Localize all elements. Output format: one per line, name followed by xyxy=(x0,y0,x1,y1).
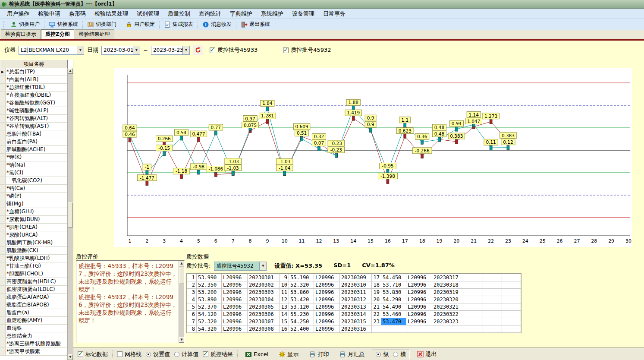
sidebar-item[interactable]: *游离甲状腺素 xyxy=(0,348,68,356)
menu-item[interactable]: 用户操作 xyxy=(3,9,34,19)
chart-point[interactable] xyxy=(214,131,217,135)
sidebar-item[interactable]: *直接胆红素(DBIL) xyxy=(0,92,68,99)
qc-table-cell[interactable]: 20230306 xyxy=(248,311,280,318)
sidebar-item[interactable]: *钾(K) xyxy=(0,154,68,161)
chevron-down-icon[interactable]: ▼ xyxy=(133,46,140,54)
qc-table-cell[interactable]: L20996 xyxy=(406,289,432,296)
chart-point[interactable] xyxy=(369,128,372,132)
sidebar-item[interactable]: *氯(Cl) xyxy=(0,169,68,177)
qc-table-cell-empty[interactable] xyxy=(464,274,483,281)
chart-point[interactable] xyxy=(146,171,148,175)
chart-point[interactable] xyxy=(232,171,234,176)
qc-table-cell[interactable]: L20996 xyxy=(314,303,340,311)
date-from-select[interactable]: 2023-03-01 ▼ xyxy=(101,46,140,55)
chart-point[interactable] xyxy=(421,154,424,158)
chart-point[interactable] xyxy=(301,136,303,141)
sidebar-item[interactable]: *总胆红素(TBIL) xyxy=(0,84,68,92)
chart-point[interactable] xyxy=(438,137,441,142)
qc-table-cell[interactable]: 54.250 xyxy=(289,318,314,325)
qc-table-cell[interactable]: 5 xyxy=(187,303,197,311)
scrollbar-thumb[interactable] xyxy=(179,267,184,284)
sidebar-item[interactable]: *谷丙转氨酶(ALT) xyxy=(0,115,68,123)
qc-table-cell[interactable]: 52.350 xyxy=(197,281,222,289)
qc-table-cell[interactable]: L20996 xyxy=(222,325,248,333)
chart-point[interactable] xyxy=(490,145,492,150)
print-button[interactable]: 打印 xyxy=(306,349,332,360)
qc-table-cell[interactable] xyxy=(432,325,464,333)
sidebar-item[interactable]: ▶*总蛋白(TP) xyxy=(0,68,68,76)
grid-lines-checkbox[interactable]: 网格线 xyxy=(117,351,141,358)
menu-item[interactable]: 日常事务 xyxy=(319,9,350,19)
sidebar-item[interactable]: *血糖(GLU) xyxy=(0,208,68,216)
tab-exam-window-hint[interactable]: 检验窗口提示 xyxy=(1,29,41,39)
qc-table-cell[interactable]: L20996 xyxy=(222,296,248,303)
qc-table-cell[interactable]: 54.450 xyxy=(381,274,406,281)
chart-point[interactable] xyxy=(386,180,389,184)
qc-table-cell-empty[interactable] xyxy=(464,311,483,318)
qc-table-cell[interactable]: 54.290 xyxy=(381,296,406,303)
qc-table-cell[interactable]: 17 xyxy=(372,274,381,281)
qc-table-cell-empty[interactable] xyxy=(483,303,502,311)
qc-table-cell-empty[interactable] xyxy=(502,325,521,333)
horizontal-radio[interactable]: 横 xyxy=(393,351,406,358)
qc-table-cell[interactable]: 53.200 xyxy=(197,289,222,296)
qc-table-cell-empty[interactable] xyxy=(483,281,502,289)
calc-value-radio[interactable]: 计算值 xyxy=(174,351,198,358)
excel-button[interactable]: Excel xyxy=(242,350,271,359)
chart-point[interactable] xyxy=(507,145,509,150)
chart-point[interactable] xyxy=(214,172,217,177)
qc-table-cell[interactable]: 52.320 xyxy=(289,281,314,289)
qc-table-cell[interactable]: L20996 xyxy=(314,274,340,281)
chevron-down-icon[interactable]: ▼ xyxy=(182,46,189,54)
scroll-up-icon[interactable]: ▲ xyxy=(68,68,73,74)
qc-table-cell[interactable]: 10 xyxy=(280,281,289,289)
qc-table-cell-empty[interactable] xyxy=(502,274,521,281)
qc-result-checkbox[interactable]: 质控结果 xyxy=(203,351,233,358)
qc-table-cell[interactable] xyxy=(381,325,406,333)
qc-table-cell[interactable]: L20996 xyxy=(314,318,340,325)
evaluation-scrollbar[interactable]: ▲ ▼ xyxy=(179,261,184,343)
qc-table-cell-empty[interactable] xyxy=(483,311,502,318)
qc-table-cell[interactable]: L20996 xyxy=(314,289,340,296)
qc-table-cell[interactable]: 20230321 xyxy=(432,303,464,311)
instrument-select[interactable]: L2|BECKMAN LX20 ▼ xyxy=(19,46,84,55)
qc-table-cell[interactable]: 20230304 xyxy=(248,296,280,303)
qc-table-cell[interactable]: 20230315 xyxy=(340,318,372,325)
menu-item[interactable]: 条形码 xyxy=(65,9,90,19)
chevron-down-icon[interactable]: ▼ xyxy=(77,46,84,54)
qc-table-cell-empty[interactable] xyxy=(464,296,483,303)
sidebar-item[interactable]: 脂蛋白(a) xyxy=(0,309,68,317)
qc-table-cell-empty[interactable] xyxy=(464,318,483,325)
qc-table-cell[interactable]: L20996 xyxy=(406,311,432,318)
exit-button[interactable]: 退出 xyxy=(414,349,440,360)
menu-item[interactable]: 系统维护 xyxy=(257,9,288,19)
qc-table-cell[interactable]: 6 xyxy=(187,311,197,318)
scroll-up-icon[interactable]: ▲ xyxy=(179,261,184,266)
qc-table-cell[interactable]: 20230322 xyxy=(432,311,464,318)
qc-table-cell[interactable]: 18 xyxy=(372,281,381,289)
scroll-down-icon[interactable]: ▼ xyxy=(68,354,73,360)
monthly-summary-button[interactable]: 月汇总 xyxy=(336,349,368,360)
qc-table-cell[interactable]: L20996 xyxy=(222,281,248,289)
chart-point[interactable] xyxy=(455,139,458,144)
sidebar-item[interactable]: *碱性磷酸酶(ALP) xyxy=(0,107,68,115)
toolbar-switch-user-button[interactable]: 切换用户 xyxy=(7,19,43,29)
qc-table-cell[interactable]: 12 xyxy=(280,296,289,303)
chart-point[interactable] xyxy=(129,138,131,142)
qc-table-cell[interactable] xyxy=(372,325,381,333)
qc-table-cell[interactable]: 20230316 xyxy=(340,325,372,333)
sidebar-item[interactable]: *谷氨酰转肽酶(GGT) xyxy=(0,99,68,107)
qc-table-cell[interactable]: 53.120 xyxy=(289,303,314,311)
chart-point[interactable] xyxy=(352,116,355,120)
qc-table-cell[interactable]: 2 xyxy=(187,281,197,289)
toolbar-switch-department-button[interactable]: 切换部门 xyxy=(84,19,119,29)
qc-table-cell-empty[interactable] xyxy=(502,311,521,318)
qc-table-cell[interactable]: 20230318 xyxy=(432,281,464,289)
qc-table-cell[interactable]: L20996 xyxy=(406,274,432,281)
qc-table-cell[interactable]: 20230323 xyxy=(432,318,464,325)
qc-table-cell-empty[interactable] xyxy=(464,281,483,289)
qc-table-cell-empty[interactable] xyxy=(502,303,521,311)
menu-item[interactable]: 设备管理 xyxy=(288,9,319,19)
qc-table-cell-empty[interactable] xyxy=(483,289,502,296)
toolbar-message-button[interactable]: i消息收发 xyxy=(199,19,235,29)
